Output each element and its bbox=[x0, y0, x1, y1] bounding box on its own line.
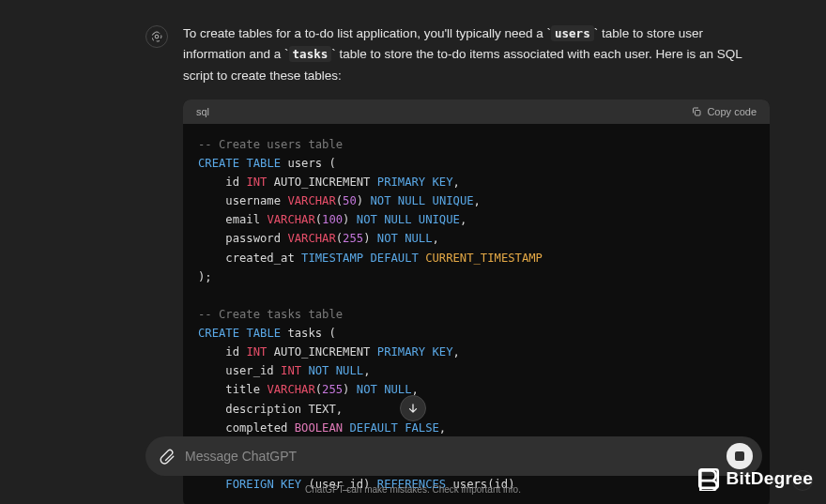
inline-code-users: users bbox=[551, 25, 594, 41]
bitdegree-logo-icon bbox=[696, 466, 721, 491]
copy-code-label: Copy code bbox=[707, 106, 757, 117]
assistant-avatar bbox=[145, 25, 168, 48]
openai-icon bbox=[150, 30, 163, 43]
bitdegree-watermark: BitDegree bbox=[696, 466, 813, 491]
scroll-down-button[interactable] bbox=[400, 395, 426, 421]
assistant-text: To create tables for a to-do list applic… bbox=[183, 23, 770, 86]
arrow-down-icon bbox=[406, 402, 420, 415]
svg-point-0 bbox=[155, 35, 159, 38]
stop-button[interactable] bbox=[727, 443, 753, 469]
svg-rect-1 bbox=[696, 110, 701, 115]
code-header: sql Copy code bbox=[183, 99, 770, 124]
bitdegree-logo-text: BitDegree bbox=[727, 468, 813, 489]
attachment-icon[interactable] bbox=[159, 448, 176, 465]
code-lang-label: sql bbox=[196, 106, 209, 117]
copy-icon bbox=[691, 106, 702, 117]
chat-input-bar[interactable]: Message ChatGPT bbox=[145, 436, 762, 476]
assistant-message: To create tables for a to-do list applic… bbox=[145, 23, 770, 86]
stop-icon bbox=[735, 451, 744, 461]
copy-code-button[interactable]: Copy code bbox=[691, 106, 757, 117]
chat-input-placeholder: Message ChatGPT bbox=[185, 449, 727, 464]
inline-code-tasks: tasks bbox=[289, 46, 332, 62]
